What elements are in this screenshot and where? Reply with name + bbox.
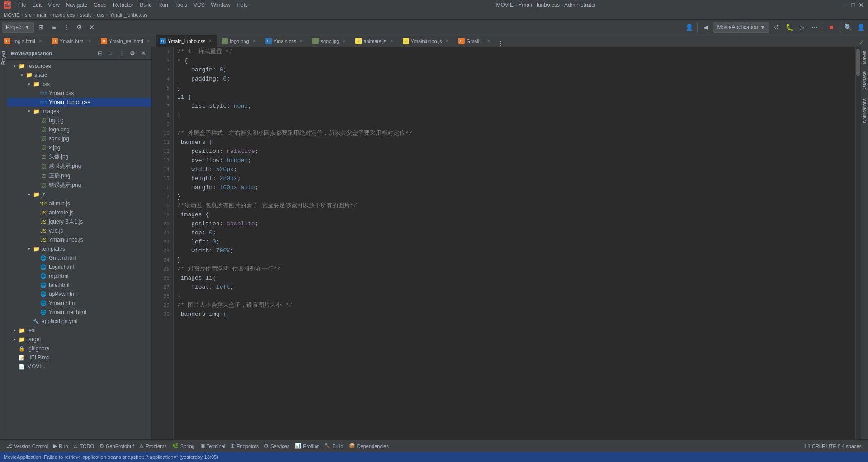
toolbar-stop-btn[interactable]: ■ <box>826 22 837 33</box>
tab-close-gmail[interactable]: ✕ <box>486 38 492 44</box>
status-genprotobuf[interactable]: ⚙ GenProtobuf <box>97 440 137 452</box>
tab-ymainlunbo-js[interactable]: J Ymainlunbo.js ✕ <box>399 35 454 47</box>
tree-item-ymainlunbo-js[interactable]: ▸ JS Ymainlunbo.js <box>7 235 151 244</box>
project-dropdown[interactable]: Project ▼ <box>2 22 34 33</box>
tab-close-ymain-html[interactable]: ✕ <box>86 38 93 44</box>
tabs-more-btn[interactable]: ⋮ <box>498 40 504 47</box>
toolbar-debug-btn[interactable]: 🐛 <box>784 22 795 33</box>
tree-item-js[interactable]: ▾ 📁 js <box>7 190 151 199</box>
status-spring[interactable]: 🌿 Spring <box>170 440 198 452</box>
path-part-6[interactable]: css <box>97 12 104 18</box>
toolbar-collapse-btn[interactable]: ≡ <box>48 22 59 33</box>
sidebar-close-btn[interactable]: ✕ <box>139 49 148 58</box>
menu-view[interactable]: View <box>45 1 62 9</box>
menu-window[interactable]: Window <box>208 1 233 9</box>
close-button[interactable]: ✕ <box>858 2 864 8</box>
path-part-3[interactable]: main <box>37 12 47 18</box>
toolbar-more-btn[interactable]: ⋯ <box>809 22 820 33</box>
minimize-button[interactable]: ─ <box>842 2 848 8</box>
tree-item-cuowutishi[interactable]: ▸ 🖼 错误提示.png <box>7 181 151 190</box>
tree-item-x-jpg[interactable]: ▸ 🖼 x.jpg <box>7 143 151 152</box>
tree-item-all-min-js[interactable]: ▸ 101 all.min.js <box>7 199 151 208</box>
tree-item-gantanshishi[interactable]: ▸ 🖼 感叹提示.png <box>7 162 151 171</box>
toolbar-layout-btn[interactable]: ⊞ <box>36 22 47 33</box>
tree-item-avatar-jpg[interactable]: ▸ 🖼 头像.jpg <box>7 152 151 162</box>
tab-close-ymain-css[interactable]: ✕ <box>298 38 304 44</box>
tab-close-login-html[interactable]: ✕ <box>37 38 43 44</box>
menu-refactor[interactable]: Refactor <box>110 1 136 9</box>
right-tab-maven[interactable]: Maven <box>861 47 868 68</box>
tree-item-ymain-nei-html-tree[interactable]: ▸ 🌐 Ymain_nei.html <box>7 308 151 317</box>
status-terminal[interactable]: ▣ Terminal <box>198 440 228 452</box>
tree-item-ymain-css[interactable]: ▸ css Ymain.css <box>7 89 151 98</box>
status-todo[interactable]: ☑ TODO <box>71 440 97 452</box>
tree-item-ymain-lunbo-css[interactable]: ▸ css Ymain_lunbo.css <box>7 98 151 107</box>
tab-ymain-css[interactable]: C Ymain.css ✕ <box>261 35 309 47</box>
code-area[interactable]: 1 2 3 4 5 6 7 8 9 10 11 12 13 14 15 16 1… <box>152 47 861 439</box>
menu-tools[interactable]: Tools <box>172 1 190 9</box>
status-profiler[interactable]: 📊 Profiler <box>292 440 321 452</box>
menu-navigate[interactable]: Navigate <box>63 1 90 9</box>
tree-item-uppaw-html[interactable]: ▸ 🌐 upPaw.html <box>7 290 151 299</box>
menu-vcs[interactable]: VCS <box>191 1 208 9</box>
path-part-7[interactable]: Ymain_lunbo.css <box>109 12 147 18</box>
menu-run[interactable]: Run <box>156 1 171 9</box>
tree-item-logo-png[interactable]: ▸ 🖼 logo.png <box>7 125 151 134</box>
menu-file[interactable]: File <box>14 1 28 9</box>
status-problems[interactable]: ⚠ Problems <box>137 440 169 452</box>
status-run[interactable]: ▶ Run <box>51 440 71 452</box>
toolbar-search-btn[interactable]: 🔍 <box>843 22 854 33</box>
tab-close-ymain-lunbo-css[interactable]: ✕ <box>207 38 213 44</box>
left-tab-project[interactable]: Project <box>0 47 7 68</box>
tree-item-templates[interactable]: ▾ 📁 templates <box>7 244 151 253</box>
menu-build[interactable]: Build <box>137 1 155 9</box>
sidebar-collapse-btn[interactable]: ≡ <box>106 49 115 58</box>
tab-close-sqnx-jpg[interactable]: ✕ <box>341 38 347 44</box>
tree-item-ymain-html-tree[interactable]: ▸ 🌐 Ymain.html <box>7 299 151 308</box>
toolbar-expand-btn[interactable]: ⋮ <box>61 22 72 33</box>
tree-item-gitignore[interactable]: ▸ 🔒 .gitignore <box>7 344 151 353</box>
status-version-control[interactable]: ⎇ Version Control <box>4 440 51 452</box>
sidebar-settings-btn[interactable]: ⚙ <box>128 49 137 58</box>
toolbar-reload-btn[interactable]: ↺ <box>771 22 782 33</box>
vertical-scrollbar[interactable] <box>855 47 861 439</box>
toolbar-profile-btn[interactable]: 👤 <box>855 22 866 33</box>
sidebar-layout-btn[interactable]: ⊞ <box>95 49 104 58</box>
tree-item-static[interactable]: ▾ 📁 static <box>7 71 151 80</box>
tab-close-logo-png[interactable]: ✕ <box>251 38 257 44</box>
tree-item-sqnx-jpg[interactable]: ▸ 🖼 sqnx.jpg <box>7 134 151 143</box>
sidebar-expand-btn[interactable]: ⋮ <box>117 49 126 58</box>
right-tab-notifications[interactable]: Notifications <box>861 95 868 126</box>
toolbar-settings-btn[interactable]: ⚙ <box>74 22 85 33</box>
status-build[interactable]: 🔨 Build <box>321 440 346 452</box>
toolbar-run2-btn[interactable]: ▷ <box>797 22 807 33</box>
scrollbar-thumb[interactable] <box>856 49 860 76</box>
status-endpoints[interactable]: ⊕ Endpoints <box>228 440 261 452</box>
tree-item-gmain-html[interactable]: ▸ 🌐 Gmain.html <box>7 253 151 262</box>
tab-ymain-nei-html[interactable]: H Ymain_nei.html ✕ <box>97 35 156 47</box>
right-tab-database[interactable]: Database <box>861 68 868 95</box>
tree-item-test[interactable]: ▸ 📁 test <box>7 326 151 335</box>
tree-item-jquery[interactable]: ▸ JS jquery-3.4.1.js <box>7 217 151 226</box>
status-services[interactable]: ⚙ Services <box>261 440 292 452</box>
path-part-2[interactable]: src <box>25 12 32 18</box>
tree-item-vue-js[interactable]: ▸ JS vue.js <box>7 226 151 235</box>
tree-item-movi[interactable]: ▸ 📄 MOVI... <box>7 362 151 371</box>
tree-item-css[interactable]: ▾ 📁 css <box>7 80 151 89</box>
path-part-4[interactable]: resources <box>53 12 75 18</box>
tree-item-reg-html[interactable]: ▸ 🌐 reg.html <box>7 271 151 281</box>
menu-code[interactable]: Code <box>91 1 109 9</box>
status-dependencies[interactable]: 📦 Dependencies <box>346 440 392 452</box>
path-part-5[interactable]: static <box>80 12 92 18</box>
app-dropdown[interactable]: MovieApplication ▼ <box>713 22 769 33</box>
tree-item-help-md[interactable]: ▸ 📝 HELP.md <box>7 353 151 362</box>
tree-item-bg-jpg[interactable]: ▸ 🖼 bg.jpg <box>7 116 151 125</box>
tab-close-ymainlunbo-js[interactable]: ✕ <box>444 38 450 44</box>
tab-login-html[interactable]: H Login.html ✕ <box>0 35 47 47</box>
maximize-button[interactable]: □ <box>850 2 856 8</box>
tree-item-zhengque[interactable]: ▸ 🖼 正确.png <box>7 171 151 181</box>
tab-animate-js[interactable]: J animate.js ✕ <box>351 35 398 47</box>
tree-item-login-html-tree[interactable]: ▸ 🌐 Login.html <box>7 262 151 271</box>
tab-ymain-html[interactable]: H Ymain.html ✕ <box>47 35 97 47</box>
path-part-1[interactable]: MOVIE <box>4 12 19 18</box>
